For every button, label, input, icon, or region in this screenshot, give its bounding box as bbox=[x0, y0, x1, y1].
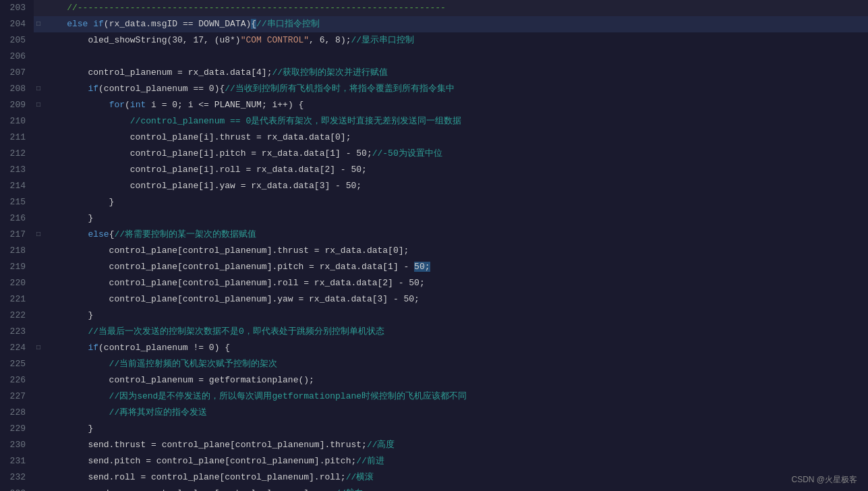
code-line: 229 } bbox=[0, 421, 868, 437]
line-number: 213 bbox=[0, 162, 34, 178]
token-plain: { bbox=[251, 19, 256, 29]
code-line: 215 } bbox=[0, 194, 868, 210]
code-line: 233 send.yaw = control_plane[control_pla… bbox=[0, 486, 868, 491]
token-plain: { bbox=[299, 100, 304, 110]
fold-indicator[interactable]: □ bbox=[34, 97, 43, 113]
token-str: "COM CONTROL" bbox=[241, 35, 309, 45]
fold-indicator[interactable]: □ bbox=[34, 340, 43, 356]
code-content: //--------------------------------------… bbox=[43, 0, 868, 16]
token-plain bbox=[46, 19, 67, 29]
code-content: //当前遥控射频的飞机架次赋予控制的架次 bbox=[43, 356, 868, 372]
code-content: control_plane[control_planenum].yaw = rx… bbox=[43, 291, 868, 308]
code-content: } bbox=[43, 194, 868, 210]
line-number: 210 bbox=[0, 113, 34, 129]
token-cm-cn: //高度 bbox=[367, 440, 395, 450]
code-content: control_plane[i].roll = rx_data.data[2] … bbox=[43, 162, 868, 178]
code-content: control_planenum = getformationplane(); bbox=[43, 372, 868, 388]
code-line: 219 control_plane[control_planenum].pitc… bbox=[0, 259, 868, 275]
code-line: 204□ else if(rx_data.msgID == DOWN_DATA)… bbox=[0, 16, 868, 32]
line-number: 226 bbox=[0, 372, 34, 388]
token-plain: control_planenum = getformationplane(); bbox=[46, 375, 314, 385]
code-line: 226 control_planenum = getformationplane… bbox=[0, 372, 868, 388]
token-plain: send.yaw = control_plane[control_planenu… bbox=[46, 488, 335, 491]
code-content: control_plane[control_planenum].thrust =… bbox=[43, 243, 868, 259]
code-content: send.pitch = control_plane[control_plane… bbox=[43, 453, 868, 469]
code-content: } bbox=[43, 421, 868, 437]
line-number: 222 bbox=[0, 308, 34, 324]
code-line: 216 } bbox=[0, 210, 868, 227]
code-content: if(control_planenum == 0){//当收到控制所有飞机指令时… bbox=[43, 81, 868, 97]
token-plain: control_plane[control_planenum].pitch = … bbox=[46, 262, 414, 272]
line-number: 206 bbox=[0, 49, 34, 65]
line-number: 230 bbox=[0, 437, 34, 453]
token-cm-cn: //将需要控制的某一架次的数据赋值 bbox=[114, 229, 256, 239]
code-line: 218 control_plane[control_planenum].thru… bbox=[0, 243, 868, 259]
fold-indicator[interactable]: □ bbox=[34, 16, 43, 32]
token-kw: if bbox=[88, 343, 98, 353]
code-line: 210 //control_planenum == 0是代表所有架次，即发送时直… bbox=[0, 113, 868, 129]
token-cm-cn: //-50为设置中位 bbox=[372, 148, 442, 158]
token-plain: send.roll = control_plane[control_planen… bbox=[46, 472, 346, 482]
line-number: 215 bbox=[0, 194, 34, 210]
code-line: 232 send.roll = control_plane[control_pl… bbox=[0, 469, 868, 486]
code-content: send.yaw = control_plane[control_planenu… bbox=[43, 486, 868, 491]
token-plain: send.thrust = control_plane[control_plan… bbox=[46, 440, 367, 450]
line-number: 220 bbox=[0, 275, 34, 291]
code-content: for(int i = 0; i <= PLANE_NUM; i++) { bbox=[43, 97, 868, 113]
code-line: 223 //当最后一次发送的控制架次数据不是0，即代表处于跳频分别控制单机状态 bbox=[0, 324, 868, 340]
line-number: 216 bbox=[0, 210, 34, 227]
code-line: 208□ if(control_planenum == 0){//当收到控制所有… bbox=[0, 81, 868, 97]
token-cm-cn: //当最后一次发送的控制架次数据不是0，即代表处于跳频分别控制单机状态 bbox=[46, 326, 384, 337]
token-kw: if bbox=[88, 84, 98, 94]
token-plain: } bbox=[46, 310, 93, 320]
line-number: 224 bbox=[0, 340, 34, 356]
token-cm-cn: //因为send是不停发送的，所以每次调用getformationplane时候… bbox=[46, 391, 467, 401]
token-cm-cn: //control_planenum == 0是代表所有架次，即发送时直接无差别… bbox=[46, 116, 461, 126]
token-cm-cn: //横滚 bbox=[346, 472, 374, 482]
token-cm: //--------------------------------------… bbox=[46, 3, 446, 13]
line-number: 211 bbox=[0, 129, 34, 146]
token-cm-cn: //串口指令控制 bbox=[256, 19, 320, 29]
code-content: control_plane[control_planenum].roll = r… bbox=[43, 275, 868, 291]
token-kw: else bbox=[88, 229, 109, 239]
code-line: 225 //当前遥控射频的飞机架次赋予控制的架次 bbox=[0, 356, 868, 372]
token-plain: } bbox=[46, 424, 93, 434]
line-number: 221 bbox=[0, 291, 34, 308]
code-line: 214 control_plane[i].yaw = rx_data.data[… bbox=[0, 178, 868, 194]
token-plain: } bbox=[46, 197, 114, 207]
token-cm-cn: //显示串口控制 bbox=[351, 35, 415, 45]
line-number: 205 bbox=[0, 32, 34, 49]
token-plain: 50; bbox=[414, 262, 430, 272]
code-line: 221 control_plane[control_planenum].yaw … bbox=[0, 291, 868, 308]
token-plain: , 6, 8); bbox=[309, 35, 351, 45]
code-line: 207 control_planenum = rx_data.data[4];/… bbox=[0, 65, 868, 81]
code-content: //当最后一次发送的控制架次数据不是0，即代表处于跳频分别控制单机状态 bbox=[43, 324, 868, 340]
code-content: if(control_planenum != 0) { bbox=[43, 340, 868, 356]
line-number: 232 bbox=[0, 469, 34, 486]
token-cm-cn: //再将其对应的指令发送 bbox=[46, 407, 207, 417]
token-plain bbox=[46, 229, 88, 239]
line-number: 212 bbox=[0, 146, 34, 162]
token-cm-cn: //获取控制的架次并进行赋值 bbox=[272, 67, 388, 78]
line-number: 218 bbox=[0, 243, 34, 259]
code-line: 212 control_plane[i].pitch = rx_data.dat… bbox=[0, 146, 868, 162]
code-line: 228 //再将其对应的指令发送 bbox=[0, 405, 868, 421]
code-lines: 203 //----------------------------------… bbox=[0, 0, 868, 491]
token-plain: control_plane[control_planenum].roll = r… bbox=[46, 278, 425, 288]
fold-indicator[interactable]: □ bbox=[34, 227, 43, 243]
token-cm-cn: //前进 bbox=[356, 456, 384, 466]
token-plain: control_plane[i].pitch = rx_data.data[1]… bbox=[46, 148, 372, 158]
token-plain: ( bbox=[125, 100, 130, 110]
fold-indicator[interactable]: □ bbox=[34, 81, 43, 97]
code-line: 230 send.thrust = control_plane[control_… bbox=[0, 437, 868, 453]
token-plain bbox=[46, 343, 88, 353]
token-plain bbox=[46, 100, 109, 110]
line-number: 228 bbox=[0, 405, 34, 421]
code-content: //control_planenum == 0是代表所有架次，即发送时直接无差别… bbox=[43, 113, 868, 129]
line-number: 219 bbox=[0, 259, 34, 275]
line-number: 207 bbox=[0, 65, 34, 81]
line-number: 225 bbox=[0, 356, 34, 372]
code-content: control_plane[i].yaw = rx_data.data[3] -… bbox=[43, 178, 868, 194]
code-content: control_planenum = rx_data.data[4];//获取控… bbox=[43, 65, 868, 81]
token-kw: if bbox=[93, 19, 104, 29]
